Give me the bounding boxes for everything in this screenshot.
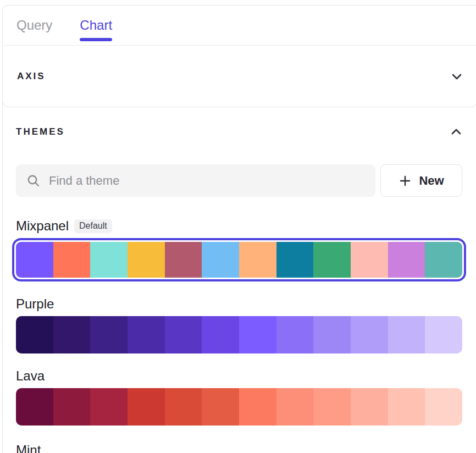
theme-name: Mixpanel (16, 218, 69, 234)
color-swatch (313, 316, 351, 353)
themes-section-title: THEMES (16, 126, 65, 137)
chart-settings-panel: Query Chart AXIS THEMES (2, 5, 476, 453)
color-swatch (90, 388, 128, 426)
theme-row-lava: Lava (16, 368, 462, 426)
color-swatch (425, 388, 462, 426)
theme-search-box[interactable] (16, 164, 375, 197)
new-theme-button[interactable]: New (380, 164, 462, 197)
tab-query-label: Query (16, 18, 52, 33)
color-swatch (128, 316, 165, 353)
color-swatch (239, 388, 276, 426)
search-icon (26, 174, 41, 188)
theme-name: Purple (16, 296, 54, 312)
color-swatch (276, 388, 314, 426)
color-swatch (16, 242, 53, 278)
active-tab-indicator (80, 38, 112, 41)
color-swatch (202, 388, 239, 426)
color-swatch (165, 388, 202, 426)
color-swatch (313, 388, 351, 426)
theme-palette-mixpanel[interactable] (16, 242, 462, 278)
themes-section-header[interactable]: THEMES (16, 126, 462, 138)
color-swatch (53, 242, 91, 278)
default-badge: Default (74, 219, 112, 233)
color-swatch (388, 242, 425, 278)
new-theme-button-label: New (419, 174, 444, 188)
chevron-down-icon[interactable] (451, 70, 463, 82)
theme-head: Mixpanel Default (16, 218, 462, 234)
color-swatch (53, 388, 91, 426)
color-swatch (165, 242, 202, 278)
theme-palette-lava[interactable] (16, 388, 462, 426)
color-swatch (313, 242, 351, 278)
color-swatch (425, 316, 462, 353)
tab-chart[interactable]: Chart (80, 5, 112, 45)
theme-search-row: New (16, 164, 462, 197)
theme-row-purple: Purple (16, 296, 462, 353)
plus-icon (398, 174, 412, 187)
color-swatch (351, 316, 388, 353)
color-swatch (388, 388, 425, 426)
color-swatch (165, 316, 202, 353)
theme-row-mint: Mint (16, 442, 462, 453)
color-swatch (351, 242, 388, 278)
color-swatch (16, 388, 53, 426)
color-swatch (53, 316, 91, 353)
theme-name: Mint (16, 443, 41, 453)
tab-bar: Query Chart (3, 5, 476, 46)
color-swatch (276, 242, 314, 278)
color-swatch (202, 316, 239, 353)
axis-section[interactable]: AXIS (2, 46, 476, 107)
color-swatch (128, 388, 165, 426)
color-swatch (351, 388, 388, 426)
color-swatch (16, 316, 53, 353)
color-swatch (239, 242, 276, 278)
chevron-up-icon[interactable] (450, 126, 462, 138)
theme-head: Mint (16, 442, 462, 453)
color-swatch (388, 316, 425, 353)
themes-section: THEMES New (3, 126, 476, 453)
theme-search-input[interactable] (49, 174, 366, 188)
theme-name: Lava (16, 368, 45, 384)
color-swatch (128, 242, 165, 278)
color-swatch (90, 316, 128, 353)
selected-theme-ring (12, 238, 466, 281)
tab-query[interactable]: Query (16, 5, 52, 45)
axis-section-title: AXIS (17, 71, 46, 82)
color-swatch (90, 242, 128, 278)
color-swatch (276, 316, 314, 353)
color-swatch (239, 316, 276, 353)
color-swatch (202, 242, 239, 278)
theme-head: Lava (16, 368, 462, 384)
color-swatch (425, 242, 462, 278)
theme-palette-purple[interactable] (16, 316, 462, 353)
theme-head: Purple (16, 296, 462, 312)
theme-row-mixpanel: Mixpanel Default (16, 218, 462, 281)
tab-chart-label: Chart (80, 18, 112, 33)
